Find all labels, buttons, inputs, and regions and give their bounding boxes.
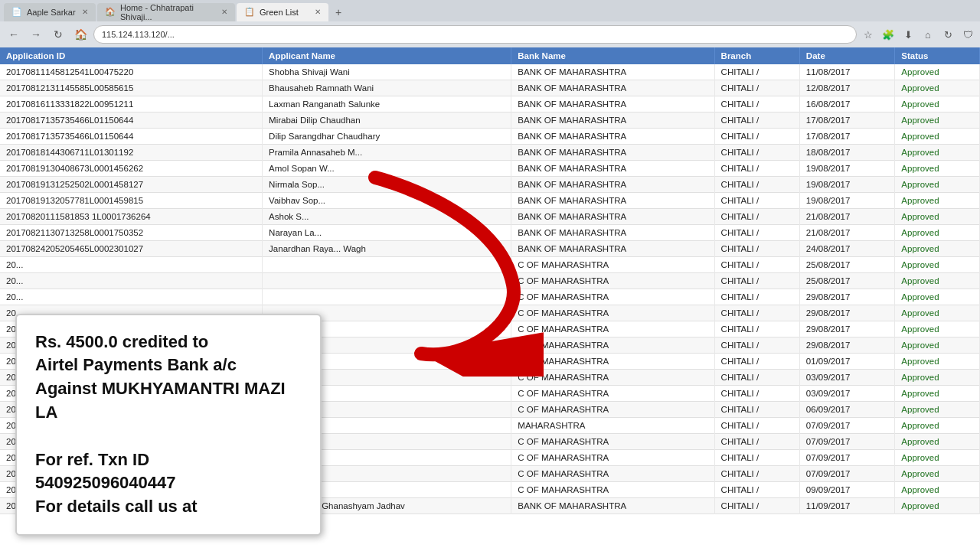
tab-icon: 📄 [11, 7, 22, 17]
notification-text: Rs. 4500.0 credited to Airtel Payments B… [35, 331, 302, 519]
cell-bank: C OF MAHARASHTRA [511, 289, 714, 305]
cell-date: 03/09/2017 [799, 386, 895, 402]
tab-icon-green: 📋 [244, 7, 255, 17]
cell-bank: C OF MAHARASHTRA [511, 450, 714, 466]
cell-name: Bhausaheb Ramnath Wani [263, 80, 511, 96]
cell-status: Approved [895, 498, 980, 514]
cell-branch: CHITALI / [714, 418, 799, 434]
table-row: 20170816113331822L00951211 Laxman Rangan… [0, 96, 980, 112]
table-row: 20170817135735466L01150644 Mirabai Dilip… [0, 112, 980, 129]
table-row: 20... C OF MAHARASHTRA CHITALI / 25/08/2… [0, 257, 980, 273]
cell-id: 20... [0, 257, 263, 273]
cell-status: Approved [895, 370, 980, 386]
cell-branch: CHITALI / [714, 450, 799, 466]
cell-bank: C OF MAHARASHTRA [511, 482, 714, 498]
cell-date: 29/08/2017 [799, 305, 895, 321]
browser-action-icons: ☆ 🧩 ⬇ ⌂ ↻ 🛡 [861, 27, 975, 42]
table-row: 20170819130408673L0001456262 Amol Sopan … [0, 161, 980, 177]
cell-id: 20170824205205465L0002301027 [0, 241, 263, 257]
cell-branch: CHITALI / [714, 145, 799, 161]
cell-name: Narayan La... [263, 225, 511, 241]
notif-line2: Airtel Payments Bank a/c [35, 355, 237, 374]
cell-status: Approved [895, 289, 980, 305]
tab-home[interactable]: 🏠 Home - Chhatrapati Shivaji... ✕ [97, 3, 235, 21]
cell-branch: CHITALI / [714, 112, 799, 129]
cell-name [263, 257, 511, 273]
tab-close-3[interactable]: ✕ [315, 8, 321, 16]
cell-date: 21/08/2017 [799, 209, 895, 225]
cell-name: Pramila Annasaheb M... [263, 145, 511, 161]
cell-branch: CHITALI / [714, 241, 799, 257]
cell-id: 20170821130713258L0001750352 [0, 225, 263, 241]
cell-id: 20170819130408673L0001456262 [0, 161, 263, 177]
shield-icon[interactable]: 🛡 [960, 27, 975, 42]
cell-branch: CHITALI / [714, 434, 799, 450]
notif-line6: 540925096040447 [35, 473, 176, 492]
bookmark-icon[interactable]: ☆ [861, 27, 876, 42]
cell-branch: CHITALI / [714, 305, 799, 321]
col-header-branch: Branch [714, 47, 799, 64]
cell-name: Amol Sopan W... [263, 161, 511, 177]
tab-aaple-sarkar[interactable]: 📄 Aaple Sarkar ✕ [4, 3, 96, 21]
back-button[interactable]: ← [5, 25, 23, 44]
cell-status: Approved [895, 305, 980, 321]
cell-status: Approved [895, 354, 980, 370]
cell-status: Approved [895, 418, 980, 434]
tab-label: Aaple Sarkar [27, 8, 76, 17]
reload-button[interactable]: ↻ [49, 25, 67, 44]
address-bar[interactable]: 115.124.113.120/... [93, 25, 857, 44]
download-icon[interactable]: ⬇ [900, 27, 916, 42]
cell-name [263, 273, 511, 289]
cell-bank: BANK OF MAHARASHTRA [511, 241, 714, 257]
col-header-name: Applicant Name [263, 47, 511, 64]
cell-bank: BANK OF MAHARASHTRA [511, 112, 714, 129]
tab-label-green: Green List [260, 8, 299, 17]
cell-branch: CHITALI / [714, 370, 799, 386]
tab-green-list[interactable]: 📋 Green List ✕ [237, 3, 328, 21]
cell-status: Approved [895, 225, 980, 241]
tab-close-2[interactable]: ✕ [221, 8, 227, 16]
cell-branch: CHITALI / [714, 354, 799, 370]
cell-id: 20170812131145585L00585615 [0, 80, 263, 96]
cell-branch: CHITALI / [714, 129, 799, 145]
cell-branch: CHITALI / [714, 498, 799, 514]
cell-bank: C OF MAHARASHTRA [511, 321, 714, 337]
cell-status: Approved [895, 321, 980, 337]
cell-bank: BANK OF MAHARASHTRA [511, 96, 714, 112]
extensions-icon[interactable]: 🧩 [880, 27, 896, 42]
cell-name: Mirabai Dilip Chaudhan [263, 112, 511, 129]
table-row: 20170818144306711L01301192 Pramila Annas… [0, 145, 980, 161]
refresh-icon[interactable]: ↻ [940, 27, 956, 42]
tab-label-home: Home - Chhatrapati Shivaji... [120, 3, 217, 21]
address-text: 115.124.113.120/... [102, 30, 175, 39]
cell-date: 17/08/2017 [799, 129, 895, 145]
cell-date: 12/08/2017 [799, 80, 895, 96]
cell-bank: BANK OF MAHARASHTRA [511, 161, 714, 177]
cell-date: 07/09/2017 [799, 466, 895, 482]
browser-window: 📄 Aaple Sarkar ✕ 🏠 Home - Chhatrapati Sh… [0, 0, 980, 47]
table-row: 20170817135735466L01150644 Dilip Sarangd… [0, 129, 980, 145]
new-tab-button[interactable]: + [330, 4, 347, 21]
tab-close-1[interactable]: ✕ [82, 8, 88, 16]
home-nav-icon[interactable]: ⌂ [920, 27, 936, 42]
notif-line7: For details call us at [35, 497, 198, 516]
cell-branch: CHITALI / [714, 209, 799, 225]
table-row: 20170811145812541L00475220 Shobha Shivaj… [0, 64, 980, 80]
cell-branch: CHITALI / [714, 289, 799, 305]
cell-status: Approved [895, 450, 980, 466]
cell-bank: C OF MAHARASHTRA [511, 354, 714, 370]
cell-branch: CHITALI / [714, 466, 799, 482]
cell-status: Approved [895, 209, 980, 225]
home-button[interactable]: 🏠 [71, 25, 90, 44]
cell-date: 19/08/2017 [799, 177, 895, 193]
cell-bank: BANK OF MAHARASHTRA [511, 145, 714, 161]
cell-name: Ashok S... [263, 209, 511, 225]
cell-branch: CHITALI / [714, 177, 799, 193]
cell-date: 19/08/2017 [799, 193, 895, 209]
cell-date: 29/08/2017 [799, 337, 895, 354]
cell-status: Approved [895, 273, 980, 289]
cell-bank: C OF MAHARASHTRA [511, 434, 714, 450]
cell-bank: C OF MAHARASHTRA [511, 257, 714, 273]
forward-button[interactable]: → [27, 25, 45, 44]
cell-status: Approved [895, 193, 980, 209]
